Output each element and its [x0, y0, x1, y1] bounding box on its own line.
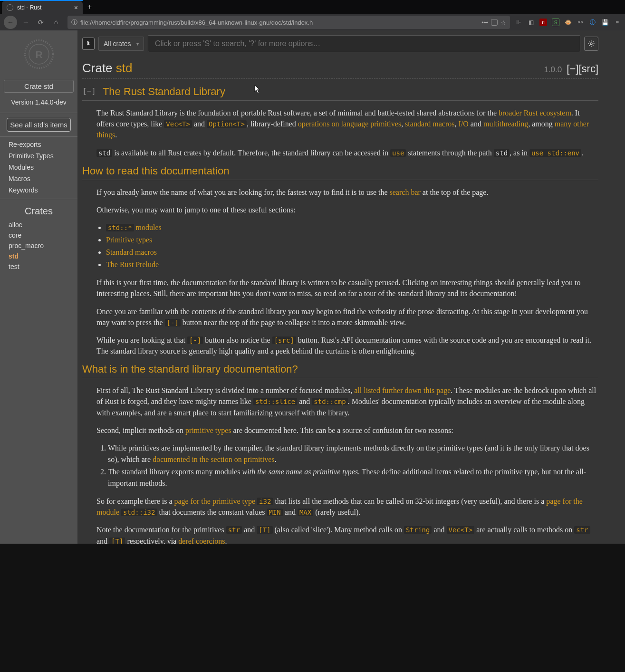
link-search-bar[interactable]: search bar [390, 188, 421, 196]
close-tab-icon[interactable]: × [74, 4, 78, 11]
sidebar-item-macros[interactable]: Macros [0, 173, 77, 184]
extension-icons: ⊪ ◧ u S 🐵 ⚯ ⓘ 💾 ≡ [515, 19, 621, 26]
section-heading-intro[interactable]: The Rust Standard Library [82, 86, 598, 101]
code-vec-t[interactable]: Vec<T> [447, 526, 475, 534]
ext-icon-s[interactable]: S [552, 19, 559, 26]
code-max[interactable]: MAX [298, 509, 313, 516]
crate-item-alloc[interactable]: alloc [0, 220, 77, 230]
howto-paragraph-4: Once you are familiar with the contents … [96, 306, 598, 328]
url-bar[interactable]: ⓘ file:///home/cldfire/programming/rust/… [67, 16, 510, 29]
howto-paragraph-3: If this is your first time, the document… [96, 277, 598, 299]
more-icon[interactable]: ••• [481, 19, 488, 26]
list-item: While primitives are implemented by the … [108, 442, 598, 465]
browser-tab[interactable]: std - Rust × [2, 1, 83, 14]
link-ops-primitives[interactable]: operations on language primitives [298, 120, 401, 128]
link-section-primitives[interactable]: documented in the section on primitives [153, 455, 274, 463]
crate-item-proc-macro[interactable]: proc_macro [0, 240, 77, 251]
whatis-paragraph-2: Second, implicit methods on primitive ty… [96, 425, 598, 436]
ext-icon-link[interactable]: ⚯ [577, 19, 584, 26]
svg-point-3 [590, 43, 592, 45]
forward-button[interactable]: → [19, 16, 32, 29]
code-use[interactable]: use [390, 149, 406, 157]
code-vec[interactable]: Vec<T> [164, 120, 192, 128]
code-slice-t-2[interactable]: [T] [109, 538, 125, 544]
ext-icon-save[interactable]: 💾 [601, 19, 609, 26]
sidebar-item-primitive-types[interactable]: Primitive Types [0, 150, 77, 162]
code-collapse-btn-2: [-] [187, 336, 203, 344]
list-item: The standard library exports many module… [108, 466, 598, 489]
chevron-down-icon: ▾ [136, 41, 139, 47]
link-rust-prelude[interactable]: The Rust Prelude [106, 260, 159, 269]
howto-paragraph-1: If you already know the name of what you… [96, 187, 598, 198]
src-link[interactable]: [src] [578, 63, 598, 75]
sidebar: R Crate std Version 1.44.0-dev See all s… [0, 30, 77, 544]
link-listed-down-page[interactable]: all listed further down this page [354, 386, 451, 394]
link-modules[interactable]: modules [134, 223, 162, 231]
theme-toggle-button[interactable] [82, 38, 95, 50]
link-primitive-types[interactable]: Primitive types [106, 236, 152, 244]
ext-icon-monkey[interactable]: 🐵 [564, 19, 572, 26]
page-title: Crate std [82, 61, 133, 76]
crate-name-link[interactable]: std [116, 61, 133, 75]
home-button[interactable]: ⌂ [49, 16, 63, 29]
sidebar-icon[interactable]: ◧ [527, 19, 535, 26]
link-io[interactable]: I/O [459, 120, 469, 128]
list-item: Primitive types [106, 234, 598, 246]
new-tab-button[interactable]: + [83, 0, 96, 14]
code-std-cmp[interactable]: std::cmp [312, 398, 347, 405]
howto-paragraph-2: Otherwise, you may want to jump to one o… [96, 204, 598, 215]
sidebar-item-reexports[interactable]: Re-exports [0, 139, 77, 150]
collapse-all-button[interactable]: [−] [567, 63, 578, 75]
link-standard-macros[interactable]: standard macros [405, 120, 454, 128]
ublock-icon[interactable]: u [539, 19, 547, 26]
crate-item-core[interactable]: core [0, 230, 77, 240]
link-broader-ecosystem[interactable]: broader Rust ecosystem [499, 109, 571, 117]
section-heading-what-is-in[interactable]: What is in the standard library document… [82, 363, 598, 378]
reader-icon[interactable] [491, 19, 498, 26]
crate-select-dropdown[interactable]: All crates ▾ [98, 37, 144, 51]
emphasis: with the same name as primitive types [242, 468, 358, 476]
crates-header: Crates [0, 199, 77, 220]
link-multithreading[interactable]: multithreading [483, 120, 528, 128]
list-item: The Rust Prelude [106, 259, 598, 270]
info-icon[interactable]: ⓘ [71, 18, 77, 27]
code-use-std-env[interactable]: use std::env [529, 149, 581, 157]
code-option[interactable]: Option<T> [207, 120, 247, 128]
code-std-star[interactable]: std::* [106, 224, 134, 231]
search-input[interactable] [148, 35, 580, 52]
code-std-2: std [494, 149, 510, 157]
link-page-primitive-i32[interactable]: page for the primitive type i32 [174, 497, 273, 505]
ext-icon-info[interactable]: ⓘ [589, 19, 596, 26]
crate-item-std[interactable]: std [0, 251, 77, 261]
link-primitive-types-2[interactable]: primitive types [185, 426, 231, 434]
link-standard-macros-2[interactable]: Standard macros [106, 248, 157, 256]
sidebar-item-keywords[interactable]: Keywords [0, 184, 77, 196]
code-collapse-btn: [-] [165, 319, 181, 326]
url-text: file:///home/cldfire/programming/rust/bu… [80, 19, 479, 26]
browser-chrome: std - Rust × + ← → ⟳ ⌂ ⓘ file:///home/cl… [0, 0, 625, 30]
link-deref-coercions[interactable]: deref coercions [178, 537, 225, 544]
code-str[interactable]: str [226, 526, 242, 534]
code-slice-t[interactable]: [T] [257, 526, 272, 534]
library-icon[interactable]: ⊪ [515, 19, 522, 26]
crate-item-test[interactable]: test [0, 261, 77, 272]
sidebar-item-modules[interactable]: Modules [0, 162, 77, 173]
whatis-paragraph-3: So for example there is a page for the p… [96, 496, 598, 518]
menu-icon[interactable]: ≡ [614, 19, 621, 26]
reload-button[interactable]: ⟳ [34, 16, 48, 29]
section-heading-how-to-read[interactable]: How to read this documentation [82, 165, 598, 180]
list-item: std::* modules [106, 222, 598, 233]
bookmark-icon[interactable]: ☆ [500, 19, 506, 26]
see-all-items-button[interactable]: See all std's items [7, 118, 71, 132]
settings-button[interactable] [584, 37, 598, 51]
since-version: 1.0.0 [544, 65, 562, 74]
version-label: Version 1.44.0-dev [0, 95, 77, 113]
intro-paragraph-1: The Rust Standard Library is the foundat… [96, 107, 598, 141]
collapse-section-button[interactable]: [−] [82, 86, 96, 96]
back-button[interactable]: ← [4, 16, 17, 29]
rust-logo[interactable]: R [0, 30, 77, 78]
code-min[interactable]: MIN [267, 509, 283, 516]
code-str-2[interactable]: str [574, 526, 590, 534]
code-string[interactable]: String [404, 526, 432, 534]
code-std-slice[interactable]: std::slice [253, 398, 297, 405]
